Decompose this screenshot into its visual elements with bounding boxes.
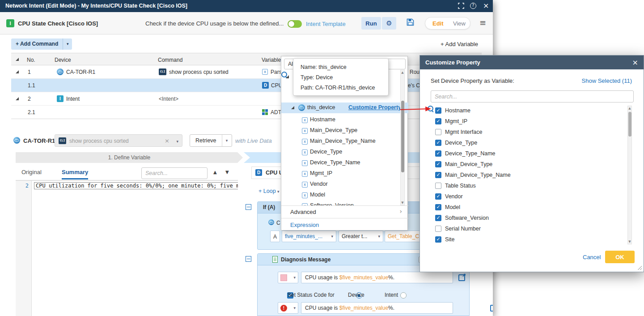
tree-scrollbar[interactable]: ▲ ▼ bbox=[400, 70, 405, 205]
resize-grip[interactable] bbox=[636, 265, 642, 270]
help-icon[interactable]: ? bbox=[470, 3, 476, 9]
severity-dropdown-error[interactable]: ▾ bbox=[278, 302, 298, 314]
edit-mode-button[interactable]: Edit bbox=[432, 20, 444, 27]
scroll-down-icon[interactable]: ▼ bbox=[401, 201, 404, 205]
property-checkbox[interactable] bbox=[435, 193, 441, 200]
tree-node-this-device[interactable]: this_device Customize Property bbox=[281, 102, 408, 113]
tree-item[interactable]: Model bbox=[281, 191, 408, 202]
property-row[interactable]: Device_Type bbox=[431, 138, 627, 149]
ok-button[interactable]: OK bbox=[605, 251, 635, 263]
tree-item[interactable]: Device_Type_Name bbox=[281, 159, 408, 170]
expand-row-icon[interactable] bbox=[16, 97, 19, 100]
result-search-input[interactable] bbox=[141, 167, 208, 179]
scroll-up-icon[interactable]: ▲ bbox=[401, 71, 404, 74]
expand-row-icon[interactable] bbox=[16, 70, 19, 73]
diagnosis-message-input-2[interactable]: CPU usage is $five_minutes_value%. bbox=[301, 302, 453, 314]
scroll-up-icon[interactable]: ▲ bbox=[628, 107, 631, 110]
property-row[interactable]: Main_Device_Type_Name bbox=[431, 170, 627, 181]
property-row[interactable]: Mgmt_IP bbox=[431, 116, 627, 127]
property-checkbox[interactable] bbox=[435, 118, 441, 124]
intent-template-toggle[interactable] bbox=[288, 20, 302, 28]
tab-summary[interactable]: Summary bbox=[62, 169, 88, 179]
radio-intent[interactable] bbox=[400, 292, 407, 299]
tree-item[interactable]: Device_Type bbox=[281, 148, 408, 159]
property-row[interactable]: Mgmt Interface bbox=[431, 127, 627, 138]
close-icon[interactable]: × bbox=[483, 1, 489, 10]
add-loop-link[interactable]: + Loop ▾ bbox=[258, 188, 280, 194]
variable-icon bbox=[302, 171, 308, 177]
property-row[interactable]: Table Status bbox=[431, 181, 627, 192]
table-row-selected[interactable]: 1.1 CPU e's CP bbox=[11, 79, 482, 92]
save-icon[interactable] bbox=[406, 18, 415, 28]
property-row[interactable]: Main_Device_Type bbox=[431, 159, 627, 170]
property-row[interactable]: Device_Type_Name bbox=[431, 149, 627, 159]
property-label: Main_Device_Type bbox=[445, 161, 492, 167]
property-row[interactable]: Model bbox=[431, 202, 627, 213]
menu-icon[interactable]: ≡ bbox=[479, 18, 486, 27]
tree-item[interactable]: Vendor bbox=[281, 180, 408, 191]
condition-operator-dropdown[interactable]: Greater t... ▾ bbox=[339, 231, 383, 242]
property-checkbox[interactable] bbox=[435, 226, 441, 232]
open-message-icon[interactable] bbox=[458, 274, 466, 281]
search-next-icon[interactable]: ▼ bbox=[225, 170, 229, 175]
collapse-if-icon[interactable] bbox=[246, 204, 251, 210]
property-row[interactable]: Vendor bbox=[431, 192, 627, 202]
table-row[interactable]: 1 CA-TOR-R1 show process cpu sorted Pars… bbox=[11, 65, 482, 79]
property-row[interactable]: Hostname bbox=[431, 106, 627, 116]
close-icon[interactable]: × bbox=[632, 58, 638, 67]
condition-operator-value: Greater t... bbox=[342, 233, 367, 239]
retrieve-button[interactable]: Retrieve ▾ bbox=[190, 134, 232, 147]
property-checkbox[interactable] bbox=[435, 236, 441, 243]
property-checkbox[interactable] bbox=[435, 150, 441, 157]
property-checkbox[interactable] bbox=[435, 172, 441, 178]
property-checkbox[interactable] bbox=[435, 183, 441, 189]
dialog-search-input[interactable] bbox=[431, 90, 634, 102]
customize-property-link[interactable]: Customize Property bbox=[348, 104, 401, 111]
search-prev-icon[interactable]: ▲ bbox=[213, 170, 217, 175]
step-define-variable[interactable]: 1. Define Variable bbox=[16, 152, 243, 163]
code-editor[interactable]: 2 CPU utilization for five seconds: 0%/0… bbox=[16, 180, 238, 316]
tab-original[interactable]: Original bbox=[21, 169, 42, 175]
scrollbar-thumb[interactable] bbox=[628, 112, 631, 137]
property-checkbox[interactable] bbox=[435, 140, 441, 146]
tree-item[interactable]: Hostname bbox=[281, 116, 408, 127]
maximize-icon[interactable] bbox=[458, 3, 464, 10]
clear-icon[interactable]: × bbox=[165, 137, 169, 144]
collapse-all-icon[interactable] bbox=[16, 58, 19, 61]
tree-item[interactable]: Main_Device_Type_Name bbox=[281, 137, 408, 148]
dialog-header[interactable]: Customize Property × bbox=[420, 56, 644, 69]
tree-item[interactable]: Mgmt_IP bbox=[281, 170, 408, 180]
advanced-row[interactable]: Advanced › bbox=[281, 205, 408, 218]
expand-node-icon[interactable] bbox=[291, 106, 294, 109]
property-checkbox[interactable] bbox=[435, 215, 441, 221]
property-row[interactable]: Serial Number bbox=[431, 224, 627, 235]
code-line: CPU utilization for five seconds: 0%/0%;… bbox=[34, 182, 238, 189]
severity-dropdown-info[interactable]: ▾ bbox=[278, 272, 298, 283]
cancel-button[interactable]: Cancel bbox=[583, 254, 601, 260]
property-row[interactable]: Site bbox=[431, 235, 627, 244]
variable-icon bbox=[302, 139, 308, 145]
run-settings-button[interactable]: ⚙ bbox=[382, 17, 396, 30]
tree-item[interactable]: Software_Version bbox=[281, 202, 408, 205]
command-input[interactable]: show process cpu sorted × ▾ bbox=[55, 134, 182, 147]
condition-left-dropdown[interactable]: five_minutes_... ▾ bbox=[282, 231, 336, 242]
tree-item-label: Hostname bbox=[310, 116, 335, 123]
view-mode-button[interactable]: View bbox=[453, 20, 466, 27]
property-checkbox[interactable] bbox=[435, 161, 441, 167]
property-checkbox[interactable] bbox=[435, 204, 441, 210]
chevron-down-icon[interactable]: ▾ bbox=[176, 139, 178, 144]
property-checkbox[interactable] bbox=[435, 129, 441, 135]
run-button[interactable]: Run bbox=[361, 17, 381, 30]
add-command-button[interactable]: + Add Command ▾ bbox=[11, 38, 72, 50]
open-message-icon[interactable] bbox=[490, 304, 493, 312]
expression-row[interactable]: Expression bbox=[281, 218, 408, 231]
property-row[interactable]: Software_Version bbox=[431, 213, 627, 224]
dialog-scrollbar[interactable]: ▲ ▼ bbox=[627, 106, 632, 244]
scroll-down-icon[interactable]: ▼ bbox=[628, 240, 631, 243]
diagnosis-message-input[interactable]: CPU usage is $five_minutes_value%. bbox=[301, 272, 453, 283]
expand-node-icon[interactable] bbox=[286, 75, 289, 78]
add-variable-link[interactable]: + Add Variable bbox=[441, 41, 478, 47]
show-selected-link[interactable]: Show Selected (11) bbox=[582, 77, 632, 84]
tree-item[interactable]: Main_Device_Type bbox=[281, 127, 408, 137]
collapse-diagnosis-icon[interactable] bbox=[246, 256, 251, 262]
